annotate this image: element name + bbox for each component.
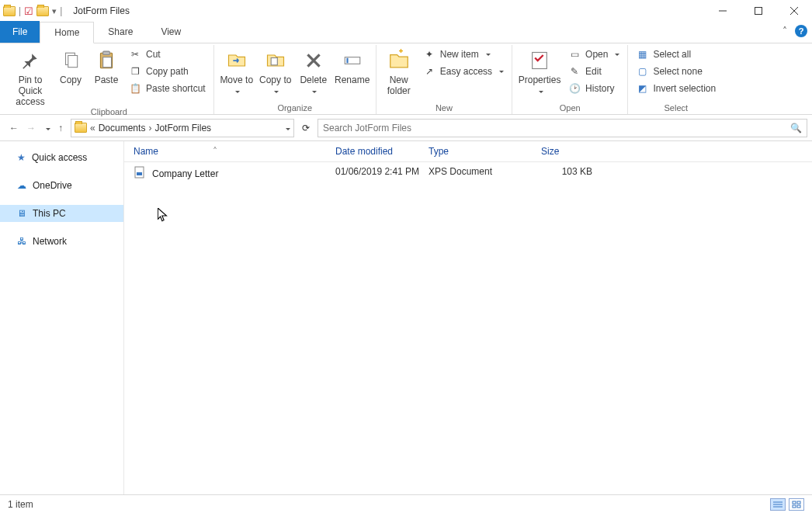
address-dropdown[interactable] bbox=[283, 123, 290, 133]
group-open-label: Open bbox=[560, 103, 581, 114]
svg-rect-15 bbox=[137, 172, 142, 175]
file-row[interactable]: Company Letter 01/06/2019 2:41 PM XPS Do… bbox=[124, 162, 812, 185]
cut-button[interactable]: ✂Cut bbox=[126, 47, 209, 62]
tab-share[interactable]: Share bbox=[94, 21, 147, 43]
new-folder-label: New folder bbox=[381, 75, 417, 97]
file-size: 103 KB bbox=[541, 166, 603, 181]
qat-separator2: | bbox=[60, 5, 62, 16]
qat-dropdown[interactable]: ▾ bbox=[52, 6, 57, 16]
copy-path-icon: ❐ bbox=[129, 65, 141, 78]
paste-label: Paste bbox=[95, 75, 119, 86]
qat-properties-icon[interactable]: ☑ bbox=[24, 5, 33, 17]
copy-path-button[interactable]: ❐Copy path bbox=[126, 64, 209, 79]
group-organize: Move to Copy to Delete Rename Organize bbox=[214, 45, 377, 114]
col-date[interactable]: Date modified bbox=[335, 146, 429, 157]
svg-rect-1 bbox=[755, 8, 762, 15]
window-title: JotForm Files bbox=[73, 5, 130, 16]
svg-rect-8 bbox=[103, 57, 112, 68]
paste-shortcut-icon: 📋 bbox=[129, 82, 141, 95]
maximize-button[interactable] bbox=[741, 0, 776, 22]
group-select-label: Select bbox=[665, 103, 689, 114]
easy-access-button[interactable]: ↗Easy access bbox=[420, 64, 507, 79]
nav-this-pc[interactable]: 🖥This PC bbox=[0, 205, 123, 222]
move-to-button[interactable]: Move to bbox=[219, 47, 255, 97]
breadcrumb-documents[interactable]: Documents bbox=[99, 123, 146, 133]
history-button[interactable]: 🕑History bbox=[565, 81, 623, 96]
breadcrumb-overflow[interactable]: « bbox=[90, 123, 95, 133]
tab-home[interactable]: Home bbox=[40, 22, 94, 43]
search-icon[interactable]: 🔍 bbox=[790, 123, 802, 133]
breadcrumb-current[interactable]: JotForm Files bbox=[154, 123, 211, 133]
tab-view[interactable]: View bbox=[147, 21, 195, 43]
history-icon: 🕑 bbox=[568, 82, 581, 95]
help-icon[interactable]: ? bbox=[795, 25, 807, 37]
select-all-button[interactable]: ▦Select all bbox=[633, 47, 719, 62]
col-size[interactable]: Size bbox=[541, 146, 603, 157]
group-new: New folder ✦New item ↗Easy access New bbox=[377, 45, 512, 114]
nav-quick-access[interactable]: ★Quick access bbox=[0, 149, 123, 166]
copy-to-label: Copy to bbox=[259, 75, 291, 97]
col-name[interactable]: Name˄ bbox=[134, 146, 335, 157]
easy-access-icon: ↗ bbox=[423, 65, 435, 78]
nav-network[interactable]: 🖧Network bbox=[0, 233, 123, 250]
qat-folder-icon[interactable] bbox=[36, 6, 49, 16]
copy-to-button[interactable]: Copy to bbox=[258, 47, 293, 97]
invert-icon: ◩ bbox=[636, 82, 648, 95]
delete-button[interactable]: Delete bbox=[297, 47, 331, 97]
new-folder-button[interactable]: New folder bbox=[381, 47, 417, 97]
copy-to-icon bbox=[263, 48, 288, 73]
tab-file[interactable]: File bbox=[0, 21, 40, 43]
address-bar[interactable]: « Documents › JotForm Files bbox=[71, 119, 294, 137]
sort-asc-icon: ˄ bbox=[213, 146, 217, 157]
forward-button[interactable]: → bbox=[26, 123, 36, 133]
paste-shortcut-button[interactable]: 📋Paste shortcut bbox=[126, 81, 209, 96]
pin-quick-access-button[interactable]: Pin to Quick access bbox=[9, 47, 51, 107]
xps-file-icon bbox=[134, 166, 146, 181]
delete-icon bbox=[301, 48, 326, 73]
chevron-right-icon[interactable]: › bbox=[148, 123, 151, 133]
nav-onedrive[interactable]: ☁OneDrive bbox=[0, 177, 123, 194]
open-button[interactable]: ▭Open bbox=[565, 47, 623, 62]
properties-icon bbox=[527, 48, 552, 73]
svg-rect-5 bbox=[68, 56, 78, 68]
rename-icon bbox=[340, 48, 365, 73]
svg-rect-20 bbox=[797, 501, 800, 504]
collapse-ribbon-icon[interactable]: ˄ bbox=[783, 26, 787, 36]
select-none-icon: ▢ bbox=[636, 65, 648, 78]
pin-icon bbox=[18, 48, 43, 73]
cloud-icon: ☁ bbox=[17, 180, 26, 191]
delete-label: Delete bbox=[300, 75, 327, 97]
move-to-label: Move to bbox=[220, 75, 253, 97]
new-item-button[interactable]: ✦New item bbox=[420, 47, 507, 62]
properties-button[interactable]: Properties bbox=[517, 47, 562, 97]
network-icon: 🖧 bbox=[17, 236, 26, 247]
details-view-button[interactable] bbox=[770, 498, 786, 511]
svg-rect-9 bbox=[271, 58, 277, 65]
edit-button[interactable]: ✎Edit bbox=[565, 64, 623, 79]
paste-button[interactable]: Paste bbox=[90, 47, 123, 86]
title-bar: | ☑ ▾ | JotForm Files bbox=[0, 0, 812, 22]
edit-icon: ✎ bbox=[568, 65, 581, 78]
svg-rect-13 bbox=[533, 53, 547, 69]
invert-selection-button[interactable]: ◩Invert selection bbox=[633, 81, 719, 96]
copy-button[interactable]: Copy bbox=[54, 47, 87, 86]
svg-rect-21 bbox=[793, 505, 796, 508]
up-button[interactable]: ↑ bbox=[58, 123, 63, 133]
minimize-button[interactable] bbox=[705, 0, 741, 22]
select-none-button[interactable]: ▢Select none bbox=[633, 64, 719, 79]
file-date: 01/06/2019 2:41 PM bbox=[335, 166, 429, 181]
rename-button[interactable]: Rename bbox=[334, 47, 371, 86]
thumbnails-view-button[interactable] bbox=[789, 498, 804, 511]
search-box[interactable]: 🔍 bbox=[318, 119, 807, 137]
copy-label: Copy bbox=[60, 75, 82, 86]
file-type: XPS Document bbox=[429, 166, 541, 181]
recent-locations-button[interactable] bbox=[43, 123, 50, 133]
refresh-button[interactable]: ⟳ bbox=[297, 119, 314, 137]
group-organize-label: Organize bbox=[277, 103, 312, 114]
search-input[interactable] bbox=[323, 123, 790, 133]
col-type[interactable]: Type bbox=[429, 146, 541, 157]
group-new-label: New bbox=[435, 103, 453, 114]
close-button[interactable] bbox=[776, 0, 812, 22]
back-button[interactable]: ← bbox=[9, 123, 19, 133]
pin-label: Pin to Quick access bbox=[9, 75, 51, 107]
